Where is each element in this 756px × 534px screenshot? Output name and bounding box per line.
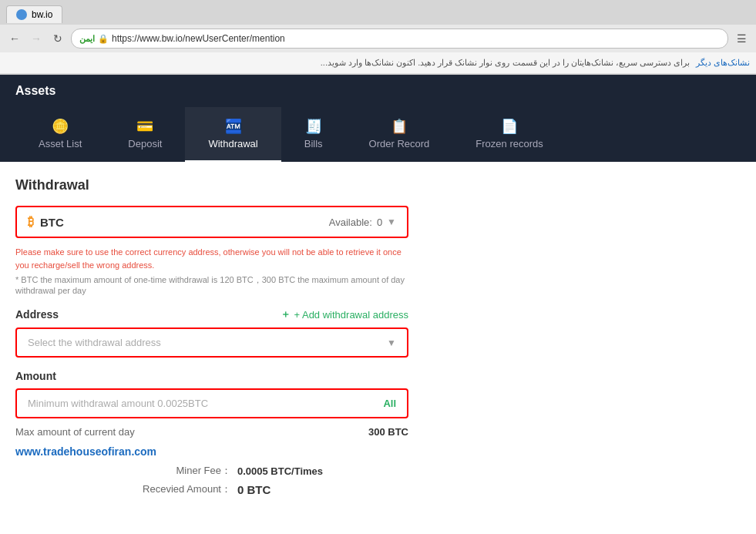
assets-header: Assets: [0, 75, 756, 107]
currency-left: ₿ BTC: [28, 215, 64, 229]
max-day-value: 300 BTC: [368, 426, 408, 438]
received-amount-row: Recevied Amount： 0 BTC: [139, 482, 741, 496]
address-section-header: Address ＋ + Add withdrawal address: [15, 307, 408, 321]
tab-withdrawal[interactable]: 🏧 Withdrawal: [185, 107, 281, 162]
tab-deposit-label: Deposit: [128, 138, 162, 149]
amount-input-wrapper[interactable]: Minimum withdrawal amount 0.0025BTC All: [15, 388, 408, 418]
available-value: 0: [377, 217, 382, 228]
plus-icon: ＋: [281, 307, 291, 321]
lock-icon: 🔒: [98, 34, 109, 44]
address-placeholder: Select the withdrawal address: [28, 337, 161, 348]
max-day-row: Max amount of current day 300 BTC: [15, 425, 408, 439]
security-label: ایمن: [79, 34, 95, 44]
tab-label: bw.io: [32, 9, 52, 20]
all-button[interactable]: All: [383, 398, 396, 409]
tab-bills[interactable]: 🧾 Bills: [281, 107, 346, 162]
back-button[interactable]: ←: [6, 30, 23, 47]
deposit-icon: 💳: [136, 118, 153, 135]
received-amount-value: 0 BTC: [237, 483, 270, 496]
max-day-label: Max amount of current day: [15, 426, 135, 438]
warning-highlight: Please make sure to use the correct curr…: [15, 247, 402, 270]
add-address-button[interactable]: ＋ + Add withdrawal address: [281, 307, 408, 321]
page-title: Withdrawal: [15, 177, 741, 193]
address-dropdown[interactable]: Select the withdrawal address ▼: [15, 327, 408, 358]
btc-icon: ₿: [28, 215, 34, 229]
currency-name: BTC: [40, 216, 64, 229]
bookmarks-hint: برای دسترسی سریع، نشانک‌هایتان را در این…: [321, 58, 690, 68]
miner-fee-label: Miner Fee：: [139, 464, 231, 478]
currency-selector[interactable]: ₿ BTC Available: 0 ▼: [15, 206, 408, 238]
tab-withdrawal-label: Withdrawal: [208, 138, 257, 149]
tab-bills-label: Bills: [304, 138, 323, 149]
browser-tab[interactable]: bw.io: [6, 5, 62, 23]
miner-fee-row: Miner Fee： 0.0005 BTC/Times: [139, 464, 741, 478]
tab-asset-list-label: Asset List: [39, 138, 82, 149]
nav-bar: ← → ↻ ایمن 🔒 https://www.bw.io/newUserCe…: [0, 25, 756, 52]
address-label: Address: [15, 308, 59, 321]
tab-frozen-records-label: Frozen records: [475, 138, 543, 149]
currency-dropdown-arrow: ▼: [387, 217, 396, 227]
tab-order-record-label: Order Record: [369, 138, 430, 149]
bookmarks-bar: نشانک‌های دیگر برای دسترسی سریع، نشانک‌ه…: [0, 52, 756, 74]
reload-button[interactable]: ↻: [49, 30, 66, 47]
amount-placeholder: Minimum withdrawal amount 0.0025BTC: [28, 398, 208, 409]
order-record-icon: 📋: [391, 118, 408, 135]
tab-asset-list[interactable]: 🪙 Asset List: [15, 107, 105, 162]
address-dropdown-arrow: ▼: [387, 338, 396, 348]
tradehouse-link[interactable]: www.tradehouseofiran.com: [15, 445, 741, 458]
tab-favicon: [16, 9, 27, 20]
add-address-label: + Add withdrawal address: [294, 309, 408, 321]
bills-icon: 🧾: [305, 118, 322, 135]
received-amount-label: Recevied Amount：: [139, 482, 231, 496]
miner-fee-value: 0.0005 BTC/Times: [237, 465, 323, 477]
bookmark-item[interactable]: نشانک‌های دیگر: [696, 58, 750, 68]
amount-label: Amount: [15, 370, 408, 382]
menu-button[interactable]: ☰: [733, 30, 750, 47]
assets-title: Assets: [15, 84, 55, 97]
browser-chrome: bw.io ← → ↻ ایمن 🔒 https://www.bw.io/new…: [0, 0, 756, 75]
forward-button[interactable]: →: [28, 30, 45, 47]
tab-order-record[interactable]: 📋 Order Record: [346, 107, 453, 162]
warning-line1: Please make sure to use the correct curr…: [15, 246, 408, 271]
frozen-records-icon: 📄: [501, 118, 518, 135]
page-content: Withdrawal ₿ BTC Available: 0 ▼ Please m…: [0, 162, 756, 534]
withdrawal-icon: 🏧: [225, 118, 242, 135]
limit-text: * BTC the maximum amount of one-time wit…: [15, 274, 408, 295]
address-bar[interactable]: ایمن 🔒 https://www.bw.io/newUserCenter/m…: [71, 29, 728, 49]
tab-bar: bw.io: [0, 0, 756, 25]
tab-deposit[interactable]: 💳 Deposit: [105, 107, 185, 162]
url-text: https://www.bw.io/newUserCenter/mention: [112, 33, 720, 44]
warning-section: Please make sure to use the correct curr…: [15, 246, 408, 295]
amount-section: Amount Minimum withdrawal amount 0.0025B…: [15, 370, 408, 439]
nav-tabs: 🪙 Asset List 💳 Deposit 🏧 Withdrawal 🧾 Bi…: [0, 107, 756, 162]
fee-section: Miner Fee： 0.0005 BTC/Times Recevied Amo…: [139, 464, 741, 496]
available-label: Available:: [329, 217, 372, 228]
tab-frozen-records[interactable]: 📄 Frozen records: [452, 107, 566, 162]
currency-right: Available: 0 ▼: [329, 217, 396, 228]
asset-list-icon: 🪙: [52, 118, 69, 135]
